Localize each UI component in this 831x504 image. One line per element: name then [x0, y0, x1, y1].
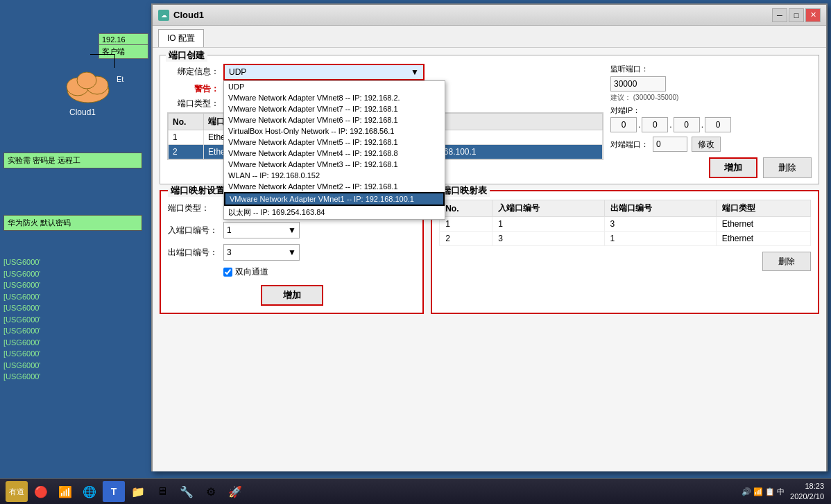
- usg-item: [USG6000': [3, 291, 149, 303]
- map-row2-out: 1: [604, 232, 716, 246]
- out-port-row: 出端口编号： 3 ▼: [168, 244, 416, 261]
- bidirectional-checkbox[interactable]: [223, 268, 232, 277]
- usg-item: [USG6000': [3, 314, 149, 326]
- peer-port-section: 对端端口： 修改: [610, 137, 812, 152]
- info-box-2: 华为防火 默认密码: [3, 215, 142, 231]
- title-controls: ─ □ ✕: [772, 8, 821, 22]
- modify-button[interactable]: 修改: [692, 137, 721, 152]
- maximize-button[interactable]: □: [789, 8, 804, 22]
- out-port-select[interactable]: 3 ▼: [223, 244, 300, 261]
- dropdown-item-vmnet5[interactable]: VMware Network Adapter VMnet5 -- IP: 192…: [224, 137, 445, 148]
- map-row-1[interactable]: 1 1 3 Ethernet: [440, 217, 811, 232]
- dropdown-item-vbox[interactable]: VirtualBox Host-Only Network -- IP: 192.…: [224, 125, 445, 137]
- in-port-select[interactable]: 1 ▼: [223, 222, 300, 238]
- map-col-out: 出端口编号: [604, 200, 716, 217]
- taskbar: 有道 🔴 📶 🌐 T 📁 🖥 🔧 ⚙ 🚀 🔊 📶 📋 中 18:23 2020/…: [0, 478, 831, 504]
- delete-mapping-button[interactable]: 删除: [762, 252, 811, 271]
- peer-ip-2[interactable]: [642, 117, 668, 132]
- taskbar-icon-t[interactable]: T: [103, 481, 125, 502]
- taskbar-icon-browser[interactable]: 🌐: [78, 481, 101, 502]
- map-row-2[interactable]: 2 3 1 Ethernet: [440, 232, 811, 246]
- peer-ip-section: 对端IP： . . .: [610, 105, 812, 132]
- warning-label: 警告：: [167, 83, 219, 95]
- map-col-no: No.: [440, 200, 492, 217]
- map-col-in: 入端口编号: [492, 200, 604, 217]
- eth-label: Et: [117, 75, 123, 83]
- peer-ip-1[interactable]: [610, 117, 637, 132]
- taskbar-icon-monitor[interactable]: 🖥: [151, 481, 173, 502]
- taskbar-icon-tool[interactable]: 🔧: [175, 481, 198, 502]
- binding-label: 绑定信息：: [167, 64, 219, 78]
- date: 2020/2/10: [790, 492, 824, 502]
- taskbar-icon-red[interactable]: 🔴: [30, 481, 52, 502]
- bidirectional-label: 双向通道: [235, 266, 268, 278]
- dropdown-item-vmnet8[interactable]: VMware Network Adapter VMnet8 -- IP: 192…: [224, 92, 445, 103]
- taskbar-icon-rocket[interactable]: 🚀: [224, 481, 246, 502]
- cloud-label: Cloud1: [69, 107, 96, 117]
- map-delete-button-row: 删除: [439, 252, 811, 271]
- dropdown-item-ethernet[interactable]: 以太网 -- IP: 169.254.163.84: [224, 206, 445, 219]
- cloud-icon-small: ☁: [158, 10, 169, 21]
- time: 18:23: [790, 481, 824, 492]
- close-button[interactable]: ✕: [805, 8, 821, 22]
- add-mapping-button[interactable]: 增加: [261, 285, 323, 306]
- tab-area: IO 配置: [153, 26, 826, 48]
- monitor-port-input[interactable]: [610, 76, 666, 92]
- monitor-port-label: 监听端口：: [610, 64, 649, 74]
- dropdown-arrow: ▼: [411, 67, 419, 77]
- cloud1-dialog: ☁ Cloud1 ─ □ ✕ IO 配置 端口创建: [151, 3, 828, 471]
- usg-list: [USG6000' [USG6000' [USG6000' [USG6000' …: [3, 257, 149, 383]
- dropdown-item-vmnet7[interactable]: VMware Network Adapter VMnet7 -- IP: 192…: [224, 103, 445, 114]
- taskbar-icon-wifi[interactable]: 📶: [54, 481, 76, 502]
- taskbar-icon-gear[interactable]: ⚙: [200, 481, 222, 502]
- usg-item: [USG6000': [3, 360, 149, 372]
- usg-item: [USG6000': [3, 279, 149, 291]
- taskbar-right: 🔊 📶 📋 中 18:23 2020/2/10: [742, 481, 831, 503]
- usg-item: [USG6000': [3, 302, 149, 314]
- binding-combo: UDP ▼ UDP VMware Network Adapter VMnet8 …: [223, 64, 425, 80]
- dropdown-item-vmnet3[interactable]: VMware Network Adapter VMnet3 -- IP: 192…: [224, 159, 445, 170]
- mapping-table: No. 入端口编号 出端口编号 端口类型 1 1 3 Ether: [439, 200, 811, 246]
- mapping-table-title: 端口映射表: [439, 184, 490, 197]
- dropdown-item-vmnet4[interactable]: VMware Network Adapter VMnet4 -- IP: 192…: [224, 148, 445, 159]
- usg-item: [USG6000': [3, 371, 149, 383]
- dropdown-item-vmnet1[interactable]: VMware Network Adapter VMnet1 -- IP: 192…: [224, 192, 445, 206]
- mapping-table-section: 端口映射表 No. 入端口编号 出端口编号 端口类型: [431, 190, 819, 314]
- col-no: No.: [169, 114, 204, 130]
- map-col-type: 端口类型: [716, 200, 810, 217]
- in-port-label: 入端口编号：: [168, 225, 223, 236]
- usg-item: [USG6000': [3, 257, 149, 268]
- action-buttons: 增加 删除: [610, 157, 812, 178]
- conn-line1: [114, 54, 115, 68]
- dropdown-item-wlan[interactable]: WLAN -- IP: 192.168.0.152: [224, 170, 445, 181]
- map-row1-in: 1: [492, 217, 604, 232]
- dropdown-item-vmnet2[interactable]: VMware Network Adapter VMnet2 -- IP: 192…: [224, 181, 445, 192]
- add-port-button[interactable]: 增加: [709, 157, 757, 178]
- svg-point-3: [77, 72, 96, 89]
- map-row2-type: Ethernet: [716, 232, 810, 246]
- delete-port-button[interactable]: 删除: [763, 157, 812, 178]
- right-config-panel: 监听端口： 建议： (30000-35000): [610, 64, 812, 178]
- title-bar: ☁ Cloud1 ─ □ ✕: [153, 5, 826, 26]
- peer-port-label: 对端端口：: [610, 139, 649, 150]
- peer-ip-4[interactable]: [705, 117, 731, 132]
- map-row1-out: 3: [604, 217, 716, 232]
- binding-select[interactable]: UDP ▼: [223, 64, 425, 80]
- dropdown-item-vmnet6[interactable]: VMware Network Adapter VMnet6 -- IP: 192…: [224, 114, 445, 125]
- tab-io-config[interactable]: IO 配置: [158, 29, 204, 47]
- mapping-port-type-label: 端口类型：: [168, 202, 223, 214]
- cloud-icon: [62, 62, 114, 104]
- peer-ip-label: 对端IP：: [610, 105, 812, 116]
- row1-no: 1: [169, 130, 204, 145]
- usg-item: [USG6000': [3, 325, 149, 337]
- port-creation-title: 端口创建: [166, 49, 207, 62]
- taskbar-icon-youdao[interactable]: 有道: [6, 481, 28, 502]
- peer-port-input[interactable]: [653, 137, 687, 152]
- usg-item: [USG6000': [3, 348, 149, 360]
- minimize-button[interactable]: ─: [772, 8, 787, 22]
- suggestion-label: 建议： (30000-35000): [610, 93, 812, 103]
- monitor-section: 监听端口： 建议： (30000-35000): [610, 64, 812, 103]
- dropdown-item-udp[interactable]: UDP: [224, 81, 445, 92]
- taskbar-icon-folder[interactable]: 📁: [127, 481, 149, 502]
- peer-ip-3[interactable]: [674, 117, 700, 132]
